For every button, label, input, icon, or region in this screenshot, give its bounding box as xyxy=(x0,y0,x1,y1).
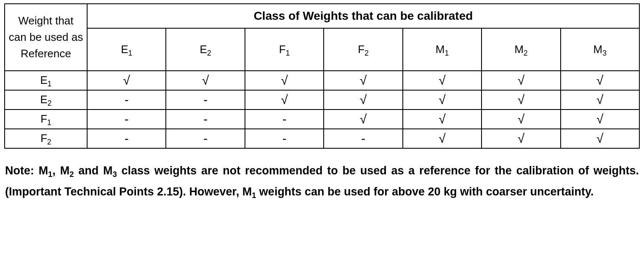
cell-value: √ xyxy=(403,71,482,90)
cell-value: - xyxy=(245,110,324,129)
cell-value: - xyxy=(166,90,245,110)
col-label: M3 xyxy=(561,28,639,71)
cell-value: √ xyxy=(561,71,639,90)
table-row: E2 - - √ √ √ √ √ xyxy=(5,90,639,110)
col-label: E1 xyxy=(87,28,166,71)
col-label: F1 xyxy=(245,28,324,71)
cell-value: √ xyxy=(403,110,482,129)
cell-value: √ xyxy=(482,129,560,148)
cell-value: - xyxy=(166,129,245,148)
row-label: E2 xyxy=(5,90,87,110)
table-row: F2 - - - - √ √ √ xyxy=(5,129,639,148)
col-label: M2 xyxy=(482,28,560,71)
cell-value: √ xyxy=(324,110,402,129)
column-header-title: Class of Weights that can be calibrated xyxy=(87,4,639,28)
col-label: F2 xyxy=(324,28,402,71)
cell-value: √ xyxy=(482,90,560,110)
cell-value: - xyxy=(166,110,245,129)
calibration-table: Weight that can be used as Reference Cla… xyxy=(4,3,640,149)
cell-value: √ xyxy=(482,110,560,129)
cell-value: √ xyxy=(87,71,166,90)
cell-value: √ xyxy=(561,90,639,110)
note-text: Note: M1, M2 and M3 class weights are no… xyxy=(4,160,640,203)
cell-value: √ xyxy=(482,71,560,90)
cell-value: √ xyxy=(166,71,245,90)
cell-value: √ xyxy=(324,71,402,90)
cell-value: - xyxy=(87,129,166,148)
col-label: M1 xyxy=(403,28,482,71)
row-header-title: Weight that can be used as Reference xyxy=(5,4,87,71)
cell-value: √ xyxy=(403,129,482,148)
cell-value: √ xyxy=(245,71,324,90)
cell-value: √ xyxy=(403,90,482,110)
row-label: F2 xyxy=(5,129,87,148)
cell-value: - xyxy=(87,90,166,110)
table-row: F1 - - - √ √ √ √ xyxy=(5,110,639,129)
cell-value: √ xyxy=(561,110,639,129)
cell-value: √ xyxy=(561,129,639,148)
cell-value: - xyxy=(324,129,402,148)
cell-value: - xyxy=(245,129,324,148)
cell-value: - xyxy=(87,110,166,129)
table-row: E1 √ √ √ √ √ √ √ xyxy=(5,71,639,90)
row-label: F1 xyxy=(5,110,87,129)
col-label: E2 xyxy=(166,28,245,71)
cell-value: √ xyxy=(245,90,324,110)
row-label: E1 xyxy=(5,71,87,90)
cell-value: √ xyxy=(324,90,402,110)
column-labels-row: E1 E2 F1 F2 M1 M2 M3 xyxy=(5,28,639,71)
